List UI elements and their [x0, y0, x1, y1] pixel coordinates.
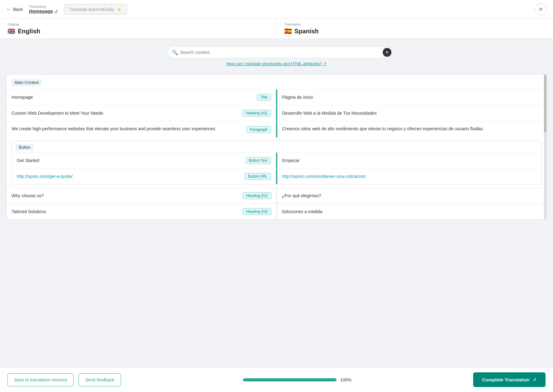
type-badge: Button Text — [245, 157, 271, 164]
orig-col: Homepage Title — [7, 89, 276, 105]
original-text: Custom Web Development to Meet Your Need… — [12, 111, 239, 116]
type-badge: Heading (h3) — [243, 208, 271, 215]
back-label: Back — [13, 7, 23, 12]
translation-lang-text: Spanish — [294, 28, 319, 35]
shortcode-link-text: How can I translate shortcodes and HTML … — [226, 61, 322, 66]
translate-auto-button[interactable]: Translate automatically ⚡ — [64, 4, 127, 15]
lightning-icon: ⚡ — [116, 7, 122, 12]
search-input[interactable] — [167, 46, 386, 58]
trans-col[interactable]: Página de inicio — [277, 89, 547, 105]
header: ← Back Translating Homepage ↗ Translate … — [0, 0, 553, 19]
main-content-label: Main Content — [12, 79, 42, 86]
scrollbar-track[interactable] — [544, 74, 546, 219]
search-icon: 🔍 — [172, 50, 178, 55]
orig-col: Tailored Solutions Heading (h3) — [7, 204, 276, 219]
trans-col[interactable]: ¿Por qué elegirnos? — [277, 188, 547, 203]
original-lang-text: English — [18, 28, 40, 35]
type-badge: Heading (h2) — [243, 192, 271, 199]
orig-col: Why choose us? Heading (h2) — [7, 188, 276, 203]
trans-col[interactable]: http://opnio.com/es/obtener-una-cotizaci… — [277, 169, 541, 184]
original-text: Why choose us? — [12, 193, 240, 198]
table-row: Tailored Solutions Heading (h3) Solucion… — [7, 203, 546, 219]
table-row: Why choose us? Heading (h2) ¿Por qué ele… — [7, 188, 546, 203]
translation-lang-section: Translation 🇪🇸 Spanish — [277, 19, 553, 39]
table-row: Get Started Button Text Empezar — [12, 152, 541, 168]
translating-page[interactable]: Homepage ↗ — [29, 8, 58, 14]
button-subsection-label: Button — [16, 144, 34, 151]
translation-text: Página de inicio — [282, 95, 313, 100]
external-link-icon: ↗ — [323, 61, 327, 66]
shortcode-link[interactable]: How can I translate shortcodes and HTML … — [226, 61, 327, 66]
type-badge: Button URL — [245, 173, 271, 180]
english-flag: 🇬🇧 — [7, 27, 15, 35]
orig-col: Custom Web Development to Meet Your Need… — [7, 105, 276, 121]
translation-table: Main Content Homepage Title Página de in… — [6, 74, 547, 220]
settings-button[interactable]: ⚙ — [535, 3, 547, 15]
table-row: Custom Web Development to Meet Your Need… — [7, 105, 546, 121]
translation-text: Desarrollo Web a la Medida de Tus Necesi… — [282, 111, 377, 116]
back-arrow-icon: ← — [6, 7, 11, 12]
search-area: 🔍 ✕ How can I translate shortcodes and H… — [0, 39, 553, 69]
translation-text: Soluciones a medida — [282, 209, 323, 214]
content-area: Main Content Homepage Title Página de in… — [0, 69, 553, 251]
translation-text: Empezar — [282, 158, 300, 163]
original-lang-name: 🇬🇧 English — [7, 27, 269, 35]
translation-text: http://opnio.com/es/obtener-una-cotizaci… — [282, 174, 366, 179]
translation-lang-name: 🇪🇸 Spanish — [284, 27, 546, 35]
orig-col: We create high-performance websites that… — [7, 121, 276, 137]
search-wrapper: 🔍 ✕ — [167, 46, 386, 58]
original-text: Tailored Solutions — [12, 209, 240, 214]
translation-text: Creamos sitios web de alto rendimiento q… — [282, 126, 484, 131]
original-text: We create high-performance websites that… — [12, 126, 243, 131]
translating-section: Translating Homepage ↗ — [29, 5, 58, 14]
type-badge: Paragraph — [246, 126, 271, 133]
button-subsection: Button Get Started Button Text Empezar h… — [12, 141, 541, 184]
type-badge: Heading (h2) — [242, 110, 271, 117]
spanish-flag: 🇪🇸 — [284, 27, 292, 35]
external-link-icon: ↗ — [55, 9, 58, 13]
translation-label: Translation — [284, 22, 546, 26]
translation-text: ¿Por qué elegirnos? — [282, 193, 321, 198]
table-row: Homepage Title Página de inicio — [7, 89, 546, 105]
table-row: http://opnio.com/get-a-quote/ Button URL… — [12, 168, 541, 184]
trans-col[interactable]: Soluciones a medida — [277, 204, 547, 219]
original-text: Homepage — [12, 95, 254, 100]
orig-col: http://opnio.com/get-a-quote/ Button URL — [12, 169, 276, 184]
back-button[interactable]: ← Back — [6, 7, 23, 12]
translate-auto-label: Translate automatically — [69, 7, 114, 12]
scrollbar-thumb[interactable] — [544, 74, 546, 132]
original-text: http://opnio.com/get-a-quote/ — [17, 174, 241, 179]
original-text: Get Started — [17, 158, 242, 163]
orig-col: Get Started Button Text — [12, 153, 276, 168]
type-badge: Title — [257, 94, 271, 101]
clear-search-button[interactable]: ✕ — [383, 48, 391, 57]
trans-col[interactable]: Creamos sitios web de alto rendimiento q… — [277, 121, 547, 137]
trans-col[interactable]: Empezar — [277, 153, 541, 168]
gear-icon: ⚙ — [539, 7, 543, 12]
page-name: Homepage — [29, 8, 53, 14]
translating-label: Translating — [29, 5, 58, 8]
close-icon: ✕ — [385, 50, 389, 55]
table-row: We create high-performance websites that… — [7, 121, 546, 137]
original-label: Original — [7, 22, 269, 26]
trans-col[interactable]: Desarrollo Web a la Medida de Tus Necesi… — [277, 105, 547, 121]
original-lang-section: Original 🇬🇧 English — [0, 19, 277, 39]
lang-bar: Original 🇬🇧 English Translation 🇪🇸 Spani… — [0, 19, 553, 39]
